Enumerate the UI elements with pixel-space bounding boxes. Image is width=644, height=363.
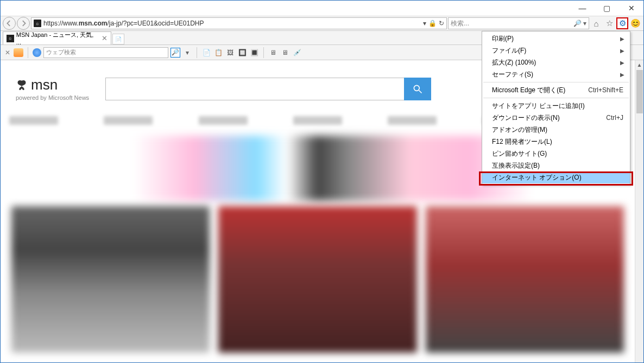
menu-label: インターネット オプション(O) bbox=[492, 173, 582, 182]
menu-internet-options[interactable]: インターネット オプション(O) bbox=[482, 171, 630, 183]
home-button[interactable]: ⌂ bbox=[590, 17, 602, 29]
menu-shortcut: Ctrl+J bbox=[606, 114, 623, 122]
gear-icon: ⚙ bbox=[619, 18, 626, 28]
menu-f12-tools[interactable]: F12 開発者ツール(L) bbox=[482, 136, 630, 148]
scrollbar-thumb[interactable] bbox=[636, 70, 643, 113]
vertical-scrollbar[interactable]: ▲ bbox=[635, 60, 643, 362]
forward-button[interactable] bbox=[17, 17, 30, 30]
camera-icon[interactable] bbox=[14, 48, 23, 57]
chevron-right-icon: ▶ bbox=[620, 36, 624, 42]
separator bbox=[197, 47, 197, 58]
feedback-button[interactable]: 😊 bbox=[629, 17, 641, 29]
minimize-icon: — bbox=[579, 4, 586, 12]
address-bar: ☼ https:// www. msn.com /ja-jp/?pc=UE01&… bbox=[1, 16, 643, 31]
toolbar-search-field[interactable]: ウェブ検索 bbox=[43, 47, 168, 58]
url-domain: msn.com bbox=[79, 20, 108, 27]
news-card-blurred bbox=[218, 206, 416, 353]
menu-shortcut: Ctrl+Shift+E bbox=[588, 86, 623, 94]
menu-downloads[interactable]: ダウンロードの表示(N)Ctrl+J bbox=[482, 112, 630, 124]
chevron-right-icon: ▶ bbox=[620, 72, 624, 78]
tab-close-button[interactable]: ✕ bbox=[102, 34, 108, 42]
close-button[interactable]: ✕ bbox=[619, 1, 643, 16]
new-tab-icon: 📄 bbox=[115, 36, 122, 42]
msn-logo-text: msn bbox=[31, 77, 58, 93]
new-tab-button[interactable]: 📄 bbox=[112, 34, 124, 44]
menu-separator bbox=[483, 82, 629, 82]
toolbar-tool-6[interactable]: 🖥 bbox=[268, 48, 278, 58]
menu-label: 印刷(P) bbox=[492, 34, 514, 43]
toolbar-tool-2[interactable]: 📋 bbox=[213, 48, 223, 58]
scroll-up-icon[interactable]: ▲ bbox=[635, 60, 644, 69]
menu-label: 互換表示設定(B) bbox=[492, 161, 540, 170]
home-icon: ⌂ bbox=[594, 19, 598, 28]
msn-cards-row bbox=[1, 206, 635, 353]
menu-separator bbox=[483, 98, 629, 98]
chevron-right-icon: ▶ bbox=[620, 60, 624, 66]
menu-label: ダウンロードの表示(N) bbox=[492, 113, 560, 123]
msn-search-button[interactable] bbox=[404, 78, 431, 100]
window-titlebar: — ▢ ✕ bbox=[1, 1, 643, 16]
url-field[interactable]: ☼ https:// www. msn.com /ja-jp/?pc=UE01&… bbox=[31, 17, 447, 29]
back-button[interactable] bbox=[3, 17, 16, 30]
menu-label: 拡大(Z) (100%) bbox=[492, 58, 536, 67]
menu-manage-addons[interactable]: アドオンの管理(M) bbox=[482, 124, 630, 136]
maximize-button[interactable]: ▢ bbox=[595, 1, 619, 16]
toolbar-search-button[interactable]: 🔎 bbox=[171, 48, 180, 58]
menu-file[interactable]: ファイル(F)▶ bbox=[482, 44, 630, 56]
tools-button[interactable]: ⚙ bbox=[616, 17, 628, 29]
msn-tagline: powered by Microsoft News bbox=[16, 94, 89, 101]
menu-pinned-sites[interactable]: ピン留めサイト(G) bbox=[482, 148, 630, 160]
menu-compat-view[interactable]: 互換表示設定(B) bbox=[482, 160, 630, 171]
toolbar-tool-5[interactable]: 🔳 bbox=[249, 48, 259, 58]
search-dropdown-icon[interactable]: ▾ bbox=[583, 20, 586, 27]
menu-label: F12 開発者ツール(L) bbox=[492, 137, 552, 147]
svg-point-0 bbox=[414, 85, 419, 91]
url-scheme: https:// bbox=[43, 20, 63, 27]
search-icon bbox=[412, 84, 423, 94]
maximize-icon: ▢ bbox=[603, 4, 610, 12]
menu-zoom[interactable]: 拡大(Z) (100%)▶ bbox=[482, 56, 630, 68]
refresh-icon[interactable]: ↻ bbox=[439, 20, 444, 27]
menu-label: ファイル(F) bbox=[492, 46, 526, 55]
toolbar-tool-7[interactable]: 🖥 bbox=[280, 48, 290, 58]
toolbar-tool-4[interactable]: 🔲 bbox=[237, 48, 247, 58]
menu-label: Microsoft Edge で開く(E) bbox=[492, 86, 565, 95]
toolbar-search-dropdown[interactable]: ▾ bbox=[182, 48, 192, 58]
star-icon: ☆ bbox=[606, 18, 613, 28]
menu-add-app-view[interactable]: サイトをアプリ ビューに追加(I) bbox=[482, 100, 630, 112]
msn-butterfly-icon bbox=[16, 79, 28, 91]
search-placeholder: 検索... bbox=[451, 19, 469, 28]
browser-search-field[interactable]: 検索... 🔎 ▾ bbox=[448, 17, 589, 29]
toolbar-close-button[interactable]: ✕ bbox=[4, 49, 11, 56]
toolbar-tool-1[interactable]: 📄 bbox=[201, 48, 211, 58]
separator bbox=[28, 47, 28, 58]
news-card-blurred bbox=[11, 206, 210, 353]
menu-safety[interactable]: セーフティ(S)▶ bbox=[482, 68, 630, 80]
separator bbox=[263, 47, 264, 58]
close-icon: ✕ bbox=[628, 4, 635, 12]
favorites-button[interactable]: ☆ bbox=[603, 17, 615, 29]
menu-label: アドオンの管理(M) bbox=[492, 125, 547, 135]
site-favicon: ☼ bbox=[34, 20, 41, 27]
globe-icon[interactable] bbox=[33, 48, 41, 57]
msn-search-input[interactable] bbox=[105, 78, 404, 100]
menu-print[interactable]: 印刷(P)▶ bbox=[482, 33, 630, 44]
svg-line-1 bbox=[419, 90, 422, 93]
tab-title: MSN Japan - ニュース, 天気, ... bbox=[16, 31, 99, 46]
tab-active[interactable]: ☼ MSN Japan - ニュース, 天気, ... ✕ bbox=[3, 31, 111, 44]
menu-open-edge[interactable]: Microsoft Edge で開く(E)Ctrl+Shift+E bbox=[482, 84, 630, 96]
minimize-button[interactable]: — bbox=[570, 1, 595, 16]
news-card-blurred bbox=[426, 206, 624, 353]
toolbar-eyedropper[interactable]: 💉 bbox=[292, 48, 302, 58]
msn-search bbox=[105, 78, 431, 100]
tools-menu: 印刷(P)▶ ファイル(F)▶ 拡大(Z) (100%)▶ セーフティ(S)▶ … bbox=[482, 31, 630, 185]
tab-favicon: ☼ bbox=[7, 35, 14, 42]
url-path: /ja-jp/?pc=UE01&ocid=UE01DHP bbox=[107, 20, 204, 27]
search-magnify-icon[interactable]: 🔎 bbox=[573, 20, 582, 27]
search-icon: 🔎 bbox=[172, 49, 179, 56]
msn-logo-block: msn powered by Microsoft News bbox=[16, 77, 89, 101]
url-dropdown-icon[interactable]: ▾ bbox=[423, 20, 426, 27]
toolbar-tool-3[interactable]: 🖼 bbox=[225, 48, 235, 58]
chevron-right-icon: ▶ bbox=[620, 48, 624, 54]
menu-label: サイトをアプリ ビューに追加(I) bbox=[492, 101, 585, 111]
